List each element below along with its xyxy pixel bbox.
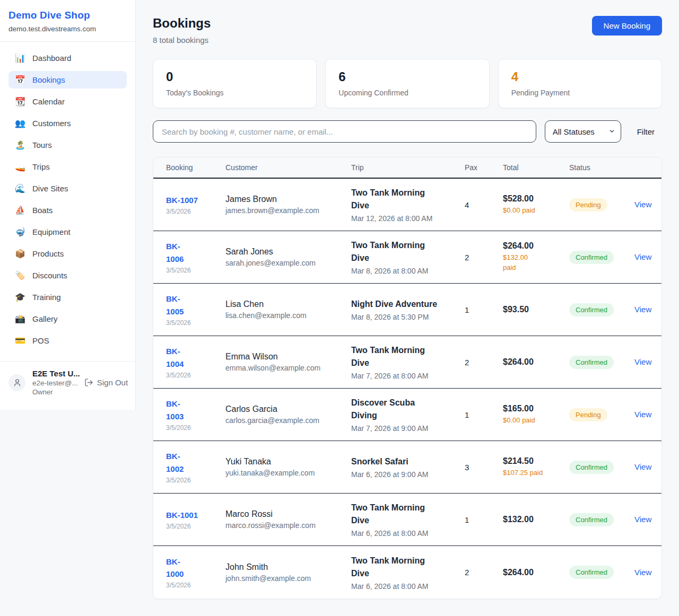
status-select-wrap: All Statuses xyxy=(545,120,621,143)
customer-email: john.smith@example.com xyxy=(225,574,351,583)
sidebar-item-label: Tours xyxy=(32,140,52,149)
user-info: E2E Test U... e2e-tester@... Owner xyxy=(32,369,80,396)
new-booking-button[interactable]: New Booking xyxy=(592,16,662,36)
table-row: BK- 1003 3/5/2026 Carlos Garcia carlos.g… xyxy=(153,389,661,441)
sidebar-item-tours[interactable]: 🏝️Tours xyxy=(8,136,127,154)
actions-cell: View xyxy=(634,252,651,262)
page-title: Bookings xyxy=(153,16,211,31)
bookings-table: BookingCustomerTripPaxTotalStatus BK-100… xyxy=(153,157,662,599)
status-cell: Confirmed xyxy=(569,566,634,579)
pax-cell: 3 xyxy=(465,463,503,472)
tag-icon: 🏷️ xyxy=(15,271,25,280)
sidebar-item-calendar[interactable]: 📆Calendar xyxy=(8,93,127,110)
table-row: BK- 1006 3/5/2026 Sarah Jones sarah.jone… xyxy=(153,231,661,284)
booking-id-link[interactable]: BK- 1006 xyxy=(166,240,225,265)
sign-out-label: Sign Out xyxy=(97,378,128,387)
booking-cell: BK- 1000 3/5/2026 xyxy=(166,556,225,589)
view-link[interactable]: View xyxy=(634,515,651,524)
booking-date: 3/5/2026 xyxy=(166,523,225,530)
trip-datetime: Mar 6, 2026 at 8:00 AM xyxy=(351,582,465,591)
stat-label: Upcoming Confirmed xyxy=(338,89,476,97)
pax-cell: 1 xyxy=(465,305,503,314)
status-badge: Confirmed xyxy=(569,251,614,264)
booking-id-link[interactable]: BK- 1000 xyxy=(166,556,225,580)
booking-cell: BK- 1003 3/5/2026 xyxy=(166,398,225,432)
status-badge: Confirmed xyxy=(569,513,614,526)
booking-id-link[interactable]: BK- 1002 xyxy=(166,450,225,475)
sidebar-item-pos[interactable]: 💳POS xyxy=(8,332,127,349)
island-icon: 🏝️ xyxy=(15,141,25,149)
total-amount: $528.00 xyxy=(503,194,569,204)
trip-name: Discover Scuba Diving xyxy=(351,397,465,422)
table-header-row: BookingCustomerTripPaxTotalStatus xyxy=(153,157,661,179)
table-body: BK-1007 3/5/2026 James Brown james.brown… xyxy=(153,179,661,599)
filter-button[interactable]: Filter xyxy=(630,127,662,136)
total-amount: $264.00 xyxy=(503,357,569,367)
booking-id-link[interactable]: BK-1001 xyxy=(166,509,225,521)
total-amount: $214.50 xyxy=(503,456,569,466)
view-link[interactable]: View xyxy=(634,568,651,577)
booking-cell: BK-1007 3/5/2026 xyxy=(166,194,225,215)
table-row: BK- 1004 3/5/2026 Emma Wilson emma.wilso… xyxy=(153,336,661,389)
sidebar-item-label: POS xyxy=(32,336,49,345)
sidebar-item-label: Equipment xyxy=(32,227,71,236)
column-header-trip: Trip xyxy=(351,163,465,172)
sidebar-item-dashboard[interactable]: 📊Dashboard xyxy=(8,49,127,67)
booking-cell: BK- 1006 3/5/2026 xyxy=(166,240,225,274)
total-amount: $93.50 xyxy=(503,305,569,314)
view-link[interactable]: View xyxy=(634,200,651,209)
column-header-status: Status xyxy=(569,163,634,172)
booking-date: 3/5/2026 xyxy=(166,319,225,327)
total-cell: $528.00 $0.00 paid xyxy=(503,194,569,216)
sign-out-button[interactable]: Sign Out xyxy=(84,378,128,387)
package-icon: 📦 xyxy=(15,250,25,258)
actions-cell: View xyxy=(634,410,651,419)
trip-name: Two Tank Morning Dive xyxy=(351,239,465,265)
sidebar-item-dive-sites[interactable]: 🌊Dive Sites xyxy=(8,180,127,197)
customer-name: Carlos Garcia xyxy=(225,404,351,414)
trip-datetime: Mar 6, 2026 at 9:00 AM xyxy=(351,470,465,479)
sidebar-item-training[interactable]: 🎓Training xyxy=(8,288,127,306)
trip-cell: Two Tank Morning Dive Mar 7, 2026 at 8:0… xyxy=(351,344,465,380)
sidebar-item-discounts[interactable]: 🏷️Discounts xyxy=(8,267,127,284)
sidebar-item-label: Customers xyxy=(32,119,71,128)
sidebar-item-label: Bookings xyxy=(32,75,65,84)
actions-cell: View xyxy=(634,568,651,577)
view-link[interactable]: View xyxy=(634,252,651,261)
customer-name: John Smith xyxy=(225,562,351,572)
column-header-customer: Customer xyxy=(225,163,351,172)
view-link[interactable]: View xyxy=(634,305,651,314)
status-cell: Confirmed xyxy=(569,513,634,526)
sidebar-item-equipment[interactable]: 🤿Equipment xyxy=(8,223,127,241)
table-row: BK- 1005 3/5/2026 Lisa Chen lisa.chen@ex… xyxy=(153,284,661,336)
sidebar-item-boats[interactable]: ⛵Boats xyxy=(8,201,127,219)
status-filter-select[interactable]: All Statuses xyxy=(545,120,621,143)
paid-amount: $0.00 paid xyxy=(503,206,569,216)
sidebar-item-products[interactable]: 📦Products xyxy=(8,245,127,262)
booking-id-link[interactable]: BK- 1003 xyxy=(166,398,225,423)
stat-card-upcoming-confirmed: 6Upcoming Confirmed xyxy=(325,59,489,108)
sidebar-item-gallery[interactable]: 📸Gallery xyxy=(8,310,127,328)
status-cell: Pending xyxy=(569,198,634,212)
sidebar-item-trips[interactable]: 🚤Trips xyxy=(8,158,127,175)
booking-id-link[interactable]: BK- 1004 xyxy=(166,345,225,370)
view-link[interactable]: View xyxy=(634,462,651,471)
booking-id-link[interactable]: BK- 1005 xyxy=(166,293,225,318)
sidebar-item-customers[interactable]: 👥Customers xyxy=(8,115,127,132)
search-input[interactable] xyxy=(153,120,536,143)
total-cell: $264.00 xyxy=(503,357,569,367)
customer-name: Emma Wilson xyxy=(225,352,351,362)
sidebar-item-bookings[interactable]: 📅Bookings xyxy=(8,71,127,89)
booking-id-link[interactable]: BK-1007 xyxy=(166,194,225,206)
view-link[interactable]: View xyxy=(634,357,651,366)
view-link[interactable]: View xyxy=(634,410,651,419)
sidebar-item-label: Dashboard xyxy=(32,54,71,63)
status-badge: Confirmed xyxy=(569,356,614,369)
total-cell: $132.00 xyxy=(503,515,569,524)
trip-datetime: Mar 8, 2026 at 8:00 AM xyxy=(351,267,465,275)
sidebar-item-label: Discounts xyxy=(32,271,67,280)
tear-calendar-icon: 📆 xyxy=(15,98,25,106)
customer-name: Sarah Jones xyxy=(225,247,351,257)
pax-cell: 4 xyxy=(465,200,503,209)
status-cell: Confirmed xyxy=(569,303,634,316)
